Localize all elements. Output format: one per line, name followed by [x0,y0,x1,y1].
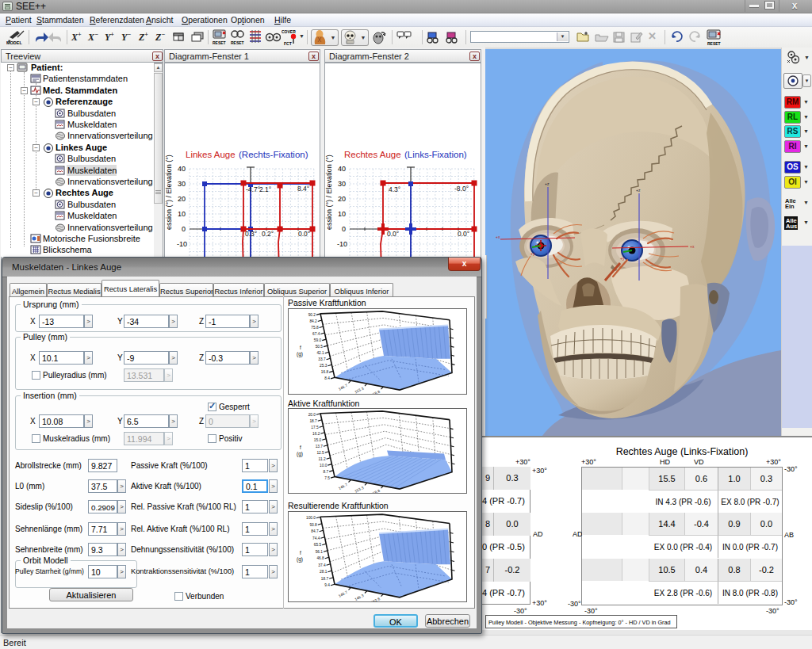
svg-text:0.0°: 0.0° [298,230,310,238]
svg-text:20: 20 [178,195,186,203]
svg-text:RESET: RESET [213,40,226,45]
svg-text:11.2: 11.2 [319,457,326,461]
svg-text:140.7: 140.7 [338,590,348,598]
svg-text:8.4: 8.4 [324,376,330,380]
svg-text:13.7: 13.7 [316,445,324,449]
svg-text:Linkes Auge: Linkes Auge [186,150,236,159]
svg-text:-10: -10 [177,240,187,248]
svg-text:7.5: 7.5 [324,476,330,480]
svg-text:0.0°: 0.0° [458,230,469,238]
svg-text:4.3°: 4.3° [389,185,400,193]
svg-text:(Rechts-Fixation): (Rechts-Fixation) [239,150,308,159]
svg-text:153.3: 153.3 [354,486,365,493]
svg-text:f: f [300,550,301,555]
svg-text:12.5: 12.5 [316,451,324,455]
svg-text:65.5: 65.5 [314,543,322,547]
svg-text:146.7: 146.7 [338,384,348,391]
svg-text:ession (°) / Elevation (°): ession (°) / Elevation (°) [165,155,173,230]
svg-text:40: 40 [338,165,346,173]
svg-text:f: f [300,345,301,350]
svg-text:40: 40 [178,165,186,173]
svg-text:93.8: 93.8 [309,523,317,527]
svg-text:+x: +x [690,244,695,249]
svg-text:37.4: 37.4 [318,563,326,567]
svg-text:67.4: 67.4 [312,332,320,336]
svg-text:MODEL: MODEL [6,40,23,45]
svg-text:100.0: 100.0 [306,516,316,520]
svg-text:59.0: 59.0 [314,338,322,342]
svg-text:84.2: 84.2 [309,319,317,323]
svg-text:(Links-Fixation): (Links-Fixation) [404,150,467,159]
svg-text:RESET: RESET [231,40,244,45]
svg-text:RESET: RESET [707,41,721,46]
svg-text:30: 30 [338,180,346,188]
svg-text:(g): (g) [297,351,303,357]
svg-text:9.4: 9.4 [324,583,330,587]
svg-text:146.7: 146.7 [338,483,348,491]
svg-text:+y: +y [530,251,535,256]
svg-text:Rechtes Auge: Rechtes Auge [344,150,401,159]
svg-text:0: 0 [342,225,346,233]
svg-text:+x: +x [496,235,500,239]
svg-text:f: f [300,445,301,450]
svg-text:10: 10 [178,210,186,218]
svg-text:8.7: 8.7 [324,470,329,474]
svg-text:ession (°) / Elevation (°): ession (°) / Elevation (°) [325,155,333,230]
svg-text:+y: +y [620,256,625,261]
svg-text:158.8: 158.8 [370,489,381,493]
svg-text:COVER: COVER [282,29,296,34]
svg-text:25.3: 25.3 [320,364,327,368]
svg-text:2.1°: 2.1° [259,185,271,193]
svg-text:33.7: 33.7 [318,357,326,361]
svg-text:0.3°: 0.3° [245,230,257,238]
svg-text:+z: +z [636,188,641,193]
svg-text:146.3: 146.3 [354,594,365,601]
svg-text:75.8: 75.8 [311,326,319,330]
svg-text:84.7: 84.7 [311,529,319,533]
svg-text:158.8: 158.8 [370,390,381,394]
svg-text:74.4: 74.4 [312,536,320,540]
svg-text:8.4°: 8.4° [297,185,309,193]
svg-text:153.3: 153.3 [354,387,365,394]
svg-text:FCT: FCT [284,41,292,46]
svg-text:15.0: 15.0 [314,438,322,442]
svg-text:0: 0 [182,225,186,233]
svg-text:0.2°: 0.2° [262,230,274,238]
svg-text:0.0°: 0.0° [387,230,399,238]
svg-text:(g): (g) [297,556,303,563]
svg-text:46.8: 46.8 [316,556,324,560]
svg-text:90.2: 90.2 [308,313,316,317]
svg-text:30: 30 [178,180,186,188]
svg-text:16.8: 16.8 [321,370,329,374]
svg-text:50.5: 50.5 [316,345,324,349]
svg-text:28.1: 28.1 [320,570,327,574]
svg-text:+z: +z [545,181,550,186]
svg-text:17.5: 17.5 [311,426,319,429]
svg-text:20: 20 [338,195,346,203]
svg-text:(g): (g) [297,451,303,457]
svg-text:152.8: 152.8 [370,597,381,601]
svg-text:-4.7°: -4.7° [246,185,260,193]
svg-text:-10: -10 [337,240,347,248]
svg-text:-8.0°: -8.0° [454,185,469,193]
svg-text:16.2: 16.2 [312,432,320,436]
svg-text:10.0: 10.0 [320,464,327,468]
svg-text:18.7: 18.7 [321,577,329,581]
svg-text:42.1: 42.1 [316,351,324,355]
svg-text:10: 10 [338,210,346,218]
svg-text:18.7: 18.7 [309,419,317,423]
svg-text:20.0: 20.0 [308,413,316,417]
svg-text:56.1: 56.1 [316,550,324,554]
